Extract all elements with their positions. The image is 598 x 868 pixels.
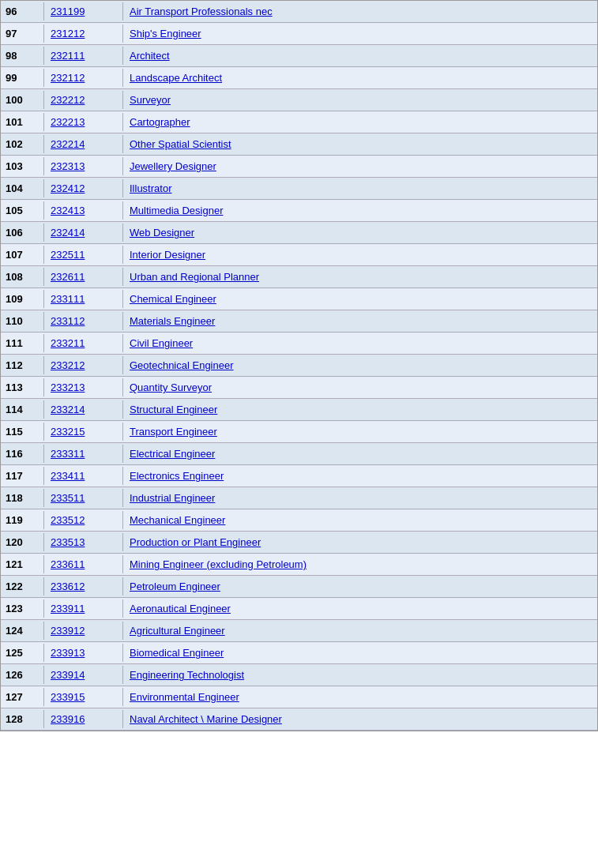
occupation-code[interactable]: 232214 [44, 135, 123, 153]
row-number: 126 [1, 666, 44, 684]
occupation-code[interactable]: 232412 [44, 179, 123, 197]
occupation-name[interactable]: Agricultural Engineer [123, 622, 597, 640]
row-number: 127 [1, 688, 44, 706]
occupation-code[interactable]: 232413 [44, 201, 123, 220]
row-number: 108 [1, 268, 44, 286]
row-number: 103 [1, 157, 44, 175]
row-number: 124 [1, 622, 44, 640]
occupation-code[interactable]: 232111 [44, 47, 123, 65]
occupation-code[interactable]: 233214 [44, 400, 123, 419]
occupation-code[interactable]: 233211 [44, 334, 123, 352]
table-row: 126233914Engineering Technologist [1, 664, 597, 686]
row-number: 114 [1, 400, 44, 419]
occupation-code[interactable]: 233215 [44, 423, 123, 441]
occupation-name[interactable]: Electrical Engineer [123, 445, 597, 463]
occupation-code[interactable]: 233112 [44, 312, 123, 330]
row-number: 107 [1, 246, 44, 264]
occupation-name[interactable]: Cartographer [123, 113, 597, 131]
occupation-name[interactable]: Illustrator [123, 179, 597, 197]
table-row: 108232611Urban and Regional Planner [1, 266, 597, 288]
occupation-code[interactable]: 231212 [44, 24, 123, 43]
occupation-code[interactable]: 233913 [44, 644, 123, 662]
occupation-name[interactable]: Interior Designer [123, 246, 597, 264]
occupation-code[interactable]: 233511 [44, 489, 123, 507]
occupation-code[interactable]: 232112 [44, 69, 123, 87]
table-row: 100232212Surveyor [1, 89, 597, 111]
occupation-code[interactable]: 233212 [44, 356, 123, 374]
table-row: 103232313Jewellery Designer [1, 156, 597, 178]
row-number: 98 [1, 47, 44, 65]
occupation-code[interactable]: 233916 [44, 710, 123, 728]
row-number: 99 [1, 69, 44, 87]
table-row: 102232214Other Spatial Scientist [1, 133, 597, 156]
occupation-name[interactable]: Mechanical Engineer [123, 511, 597, 529]
occupation-code[interactable]: 233213 [44, 378, 123, 396]
occupation-name[interactable]: Industrial Engineer [123, 489, 597, 507]
row-number: 123 [1, 599, 44, 618]
row-number: 104 [1, 179, 44, 197]
occupation-name[interactable]: Engineering Technologist [123, 666, 597, 684]
occupation-name[interactable]: Aeronautical Engineer [123, 599, 597, 618]
occupation-name[interactable]: Structural Engineer [123, 400, 597, 419]
row-number: 125 [1, 644, 44, 662]
occupation-code[interactable]: 232414 [44, 224, 123, 242]
occupation-name[interactable]: Multimedia Designer [123, 201, 597, 220]
table-row: 116233311Electrical Engineer [1, 443, 597, 465]
occupation-name[interactable]: Production or Plant Engineer [123, 533, 597, 551]
occupation-code[interactable]: 232611 [44, 268, 123, 286]
occupation-code[interactable]: 233611 [44, 555, 123, 573]
occupation-name[interactable]: Quantity Surveyor [123, 378, 597, 396]
occupation-name[interactable]: Surveyor [123, 91, 597, 109]
occupation-name[interactable]: Petroleum Engineer [123, 577, 597, 596]
occupation-code[interactable]: 232511 [44, 246, 123, 264]
occupation-code[interactable]: 233411 [44, 467, 123, 485]
occupation-code[interactable]: 231199 [44, 2, 123, 21]
table-row: 96231199Air Transport Professionals nec [1, 1, 597, 23]
occupation-code[interactable]: 232212 [44, 91, 123, 109]
occupation-name[interactable]: Architect [123, 47, 597, 65]
occupation-name[interactable]: Web Designer [123, 224, 597, 242]
row-number: 118 [1, 489, 44, 507]
occupation-name[interactable]: Urban and Regional Planner [123, 268, 597, 286]
row-number: 121 [1, 555, 44, 573]
occupation-code[interactable]: 233512 [44, 511, 123, 529]
table-row: 97231212Ship's Engineer [1, 23, 597, 45]
occupation-name[interactable]: Biomedical Engineer [123, 644, 597, 662]
occupation-name[interactable]: Electronics Engineer [123, 467, 597, 485]
occupation-name[interactable]: Environmental Engineer [123, 688, 597, 706]
occupation-code[interactable]: 233914 [44, 666, 123, 684]
row-number: 102 [1, 135, 44, 153]
row-number: 113 [1, 378, 44, 396]
occupation-name[interactable]: Other Spatial Scientist [123, 135, 597, 153]
row-number: 119 [1, 511, 44, 529]
occupation-code[interactable]: 233612 [44, 577, 123, 596]
table-row: 128233916Naval Architect \ Marine Design… [1, 708, 597, 731]
occupation-name[interactable]: Landscape Architect [123, 69, 597, 87]
occupation-code[interactable]: 233911 [44, 599, 123, 618]
occupation-name[interactable]: Chemical Engineer [123, 290, 597, 308]
table-row: 106232414Web Designer [1, 222, 597, 244]
occupation-code[interactable]: 232313 [44, 157, 123, 175]
occupation-code[interactable]: 233912 [44, 622, 123, 640]
occupation-name[interactable]: Jewellery Designer [123, 157, 597, 175]
occupation-name[interactable]: Civil Engineer [123, 334, 597, 352]
table-row: 121233611Mining Engineer (excluding Petr… [1, 554, 597, 576]
occupation-code[interactable]: 233311 [44, 445, 123, 463]
occupation-code[interactable]: 233513 [44, 533, 123, 551]
occupation-code[interactable]: 233111 [44, 290, 123, 308]
occupation-name[interactable]: Transport Engineer [123, 423, 597, 441]
occupation-name[interactable]: Geotechnical Engineer [123, 356, 597, 374]
occupation-name[interactable]: Mining Engineer (excluding Petroleum) [123, 555, 597, 573]
occupation-name[interactable]: Air Transport Professionals nec [123, 2, 597, 21]
occupation-code[interactable]: 233915 [44, 688, 123, 706]
row-number: 110 [1, 312, 44, 330]
occupation-name[interactable]: Materials Engineer [123, 312, 597, 330]
occupation-code[interactable]: 232213 [44, 113, 123, 131]
row-number: 109 [1, 290, 44, 308]
table-row: 127233915Environmental Engineer [1, 686, 597, 708]
occupation-name[interactable]: Naval Architect \ Marine Designer [123, 710, 597, 728]
table-row: 115233215Transport Engineer [1, 421, 597, 443]
occupation-name[interactable]: Ship's Engineer [123, 24, 597, 43]
table-row: 109233111Chemical Engineer [1, 288, 597, 310]
row-number: 100 [1, 91, 44, 109]
